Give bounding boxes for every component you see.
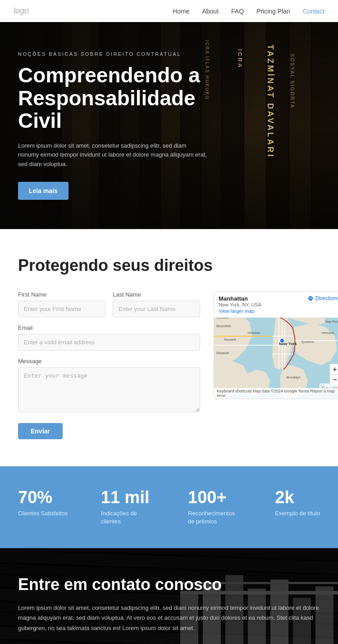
stat-label-1: Clientes Satisfeitos xyxy=(18,509,68,518)
svg-point-29 xyxy=(280,338,284,343)
email-input[interactable] xyxy=(18,334,200,351)
stat-4: 2k Exemplo de titulo xyxy=(275,489,320,526)
email-label: Email xyxy=(18,324,200,331)
map-location-info: Manhattan New York, NY, USA View larger … xyxy=(219,295,261,314)
stat-1: 70% Clientes Satisfeitos xyxy=(18,489,68,526)
map-top-bar: Manhattan New York, NY, USA View larger … xyxy=(214,292,338,318)
form-map-wrapper: First Name Last Name Email Message xyxy=(18,291,320,439)
stat-number-3: 100+ xyxy=(188,489,242,506)
directions-label[interactable]: Directions xyxy=(315,295,338,302)
form-section: Protegendo seus direitos First Name Last… xyxy=(0,229,338,466)
stat-number-4: 2k xyxy=(275,489,320,506)
map-directions[interactable]: Directions xyxy=(307,295,338,302)
nav-faq[interactable]: FAQ xyxy=(231,8,244,15)
hero-description: Lorem ipsum dolor sit amet, consetetur s… xyxy=(18,141,207,169)
nav-home[interactable]: Home xyxy=(173,8,189,15)
hero-cta-button[interactable]: Leia mais xyxy=(18,182,69,200)
submit-button[interactable]: Enviar xyxy=(18,423,63,439)
contact-title: Entre em contato conosco xyxy=(18,575,320,594)
hero-content: NOÇÕES BÁSICAS SOBRE DIREITO CONTRATUAL … xyxy=(0,51,261,200)
first-name-group: First Name xyxy=(18,291,105,317)
map-container[interactable]: Manhattan New York, NY, USA View larger … xyxy=(214,291,338,399)
message-group: Message xyxy=(18,358,200,412)
nav-about[interactable]: About xyxy=(202,8,219,15)
contact-content: Entre em contato conosco Lorem ipsum dol… xyxy=(18,575,320,644)
map-location-name: Manhattan xyxy=(219,295,261,302)
svg-text:Hoboken: Hoboken xyxy=(248,331,260,334)
stat-label-3: Reconhecimentos de prêmios xyxy=(188,509,242,526)
stat-label-4: Exemplo de titulo xyxy=(275,509,320,518)
svg-text:Elizabeth: Elizabeth xyxy=(216,351,229,355)
svg-text:Brooklyn: Brooklyn xyxy=(287,375,301,379)
email-row: Email xyxy=(18,324,200,351)
stat-number-1: 70% xyxy=(18,489,68,506)
svg-text:Hempst..: Hempst.. xyxy=(321,331,336,335)
hero-section: ICRA ICRA İFLAS HUKUKU TAZMİNAT DAVALARI… xyxy=(0,22,338,229)
first-name-label: First Name xyxy=(18,291,105,298)
svg-text:New Rochelle: New Rochelle xyxy=(325,320,338,323)
svg-text:Bloomfield: Bloomfield xyxy=(216,324,231,328)
stat-number-2: 11 mil xyxy=(101,489,155,506)
stat-3: 100+ Reconhecimentos de prêmios xyxy=(188,489,242,526)
nav-contact[interactable]: Contact xyxy=(303,8,324,15)
book-title-3: TAZMİNAT DAVALARI xyxy=(265,45,275,158)
navbar: logo Home About FAQ Pricing Plan Contact xyxy=(0,0,338,22)
map-zoom-in[interactable]: + xyxy=(329,364,338,374)
map-location-sub: New York, NY, USA xyxy=(219,302,261,307)
map-area: Manhattan New York, NY, USA View larger … xyxy=(214,291,338,439)
stats-section: 70% Clientes Satisfeitos 11 mil Indicaçõ… xyxy=(0,466,338,548)
svg-text:Queens: Queens xyxy=(301,340,314,344)
map-footer-text: Keyboard shortcuts Map data ©2024 Google… xyxy=(217,389,338,398)
last-name-input[interactable] xyxy=(113,301,200,317)
svg-text:Newark: Newark xyxy=(224,338,236,342)
book-title-4: SOSYAL SİGORTA xyxy=(290,54,295,108)
nav-pricing[interactable]: Pricing Plan xyxy=(256,8,290,15)
map-footer: Keyboard shortcuts Map data ©2024 Google… xyxy=(214,388,338,399)
nav-links: Home About FAQ Pricing Plan Contact xyxy=(173,7,324,15)
logo: logo xyxy=(14,6,29,16)
first-name-input[interactable] xyxy=(18,301,105,317)
stat-label-2: Indicações de clientes xyxy=(101,509,155,526)
contact-form: First Name Last Name Email Message xyxy=(18,291,200,439)
last-name-group: Last Name xyxy=(113,291,200,317)
map-controls: + − xyxy=(329,364,338,385)
form-section-title: Protegendo seus direitos xyxy=(18,256,320,275)
message-row: Message xyxy=(18,358,200,412)
map-view-larger[interactable]: View larger map xyxy=(219,308,261,314)
last-name-label: Last Name xyxy=(113,291,200,298)
stat-2: 11 mil Indicações de clientes xyxy=(101,489,155,526)
message-input[interactable] xyxy=(18,367,200,412)
hero-title: Compreendendo a Responsabilidade Civil xyxy=(18,64,243,132)
hero-subtitle: NOÇÕES BÁSICAS SOBRE DIREITO CONTRATUAL xyxy=(18,51,243,57)
email-group: Email xyxy=(18,324,200,351)
contact-section: Entre em contato conosco Lorem ipsum dol… xyxy=(0,548,338,644)
contact-description: Lorem ipsum dolor sit amet, consetetur s… xyxy=(18,603,320,633)
message-label: Message xyxy=(18,358,200,365)
name-row: First Name Last Name xyxy=(18,291,200,317)
directions-icon xyxy=(307,295,314,302)
